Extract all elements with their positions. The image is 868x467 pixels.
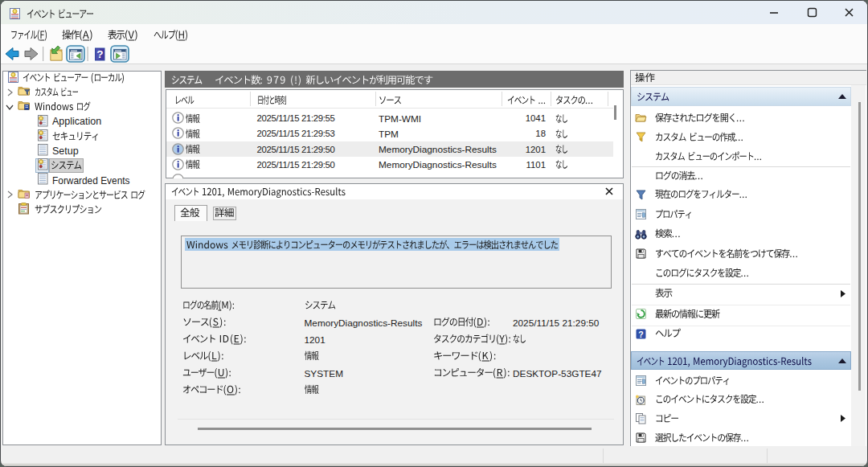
svg-text:?: ? (96, 48, 103, 60)
svg-text:?: ? (638, 330, 643, 339)
